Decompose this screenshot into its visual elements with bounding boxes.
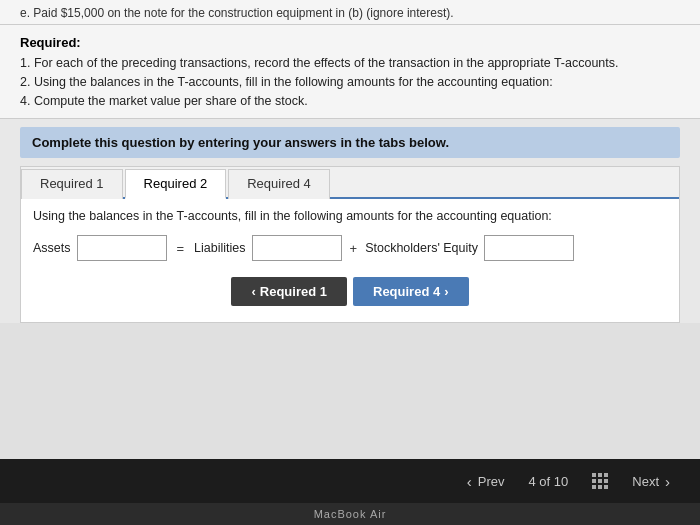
next-chevron-icon: › bbox=[444, 284, 448, 299]
tabs-row: Required 1 Required 2 Required 4 bbox=[21, 167, 679, 199]
tab-instruction: Using the balances in the T-accounts, fi… bbox=[33, 209, 667, 223]
prev-button[interactable]: ‹ Prev bbox=[467, 473, 505, 490]
prev-tab-label: Required 1 bbox=[260, 284, 327, 299]
tab-content-area: Using the balances in the T-accounts, fi… bbox=[20, 199, 680, 323]
equals-label: = bbox=[173, 241, 189, 256]
req-item-2: 2. Using the balances in the T-accounts,… bbox=[20, 73, 680, 92]
equity-input[interactable] bbox=[484, 235, 574, 261]
tab-required-1[interactable]: Required 1 bbox=[21, 169, 123, 199]
tab-required-4[interactable]: Required 4 bbox=[228, 169, 330, 199]
grid-dot bbox=[592, 473, 596, 477]
top-strip: e. Paid $15,000 on the note for the cons… bbox=[0, 0, 700, 25]
req-item-4: 4. Compute the market value per share of… bbox=[20, 92, 680, 111]
grid-dot bbox=[598, 485, 602, 489]
plus-label: + bbox=[348, 241, 360, 256]
equity-label: Stockholders' Equity bbox=[365, 241, 478, 255]
required-title: Required: bbox=[20, 35, 680, 50]
tab-nav-row: ‹ Required 1 Required 4 › bbox=[33, 277, 667, 306]
next-tab-label: Required 4 bbox=[373, 284, 440, 299]
liabilities-label: Liabilities bbox=[194, 241, 245, 255]
grid-icon[interactable] bbox=[592, 473, 608, 489]
instruction-box: Complete this question by entering your … bbox=[20, 127, 680, 158]
next-tab-button[interactable]: Required 4 › bbox=[353, 277, 469, 306]
macbook-label: MacBook Air bbox=[314, 508, 387, 520]
prev-chevron-icon: ‹ bbox=[467, 473, 472, 490]
prev-chevron-icon: ‹ bbox=[251, 284, 255, 299]
liabilities-input[interactable] bbox=[252, 235, 342, 261]
grid-dot bbox=[598, 479, 602, 483]
next-button[interactable]: Next › bbox=[632, 473, 670, 490]
grid-dot bbox=[604, 479, 608, 483]
assets-label: Assets bbox=[33, 241, 71, 255]
tab-required-2[interactable]: Required 2 bbox=[125, 169, 227, 199]
page-info: 4 of 10 bbox=[529, 474, 569, 489]
next-chevron-icon: › bbox=[665, 473, 670, 490]
grid-dot bbox=[598, 473, 602, 477]
prev-tab-button[interactable]: ‹ Required 1 bbox=[231, 277, 347, 306]
grid-dot bbox=[592, 485, 596, 489]
next-label: Next bbox=[632, 474, 659, 489]
grid-dot bbox=[604, 485, 608, 489]
accounting-equation-row: Assets = Liabilities + Stockholders' Equ… bbox=[33, 235, 667, 261]
grid-dot bbox=[592, 479, 596, 483]
bottom-nav-bar: ‹ Prev 4 of 10 Next › bbox=[0, 459, 700, 503]
macbook-bar: MacBook Air bbox=[0, 503, 700, 525]
tabs-container: Required 1 Required 2 Required 4 bbox=[20, 166, 680, 199]
prev-label: Prev bbox=[478, 474, 505, 489]
grid-dot bbox=[604, 473, 608, 477]
top-strip-text: e. Paid $15,000 on the note for the cons… bbox=[20, 6, 454, 20]
instruction-text: Complete this question by entering your … bbox=[32, 135, 449, 150]
assets-input[interactable] bbox=[77, 235, 167, 261]
required-section: Required: 1. For each of the preceding t… bbox=[0, 25, 700, 119]
req-item-1: 1. For each of the preceding transaction… bbox=[20, 54, 680, 73]
